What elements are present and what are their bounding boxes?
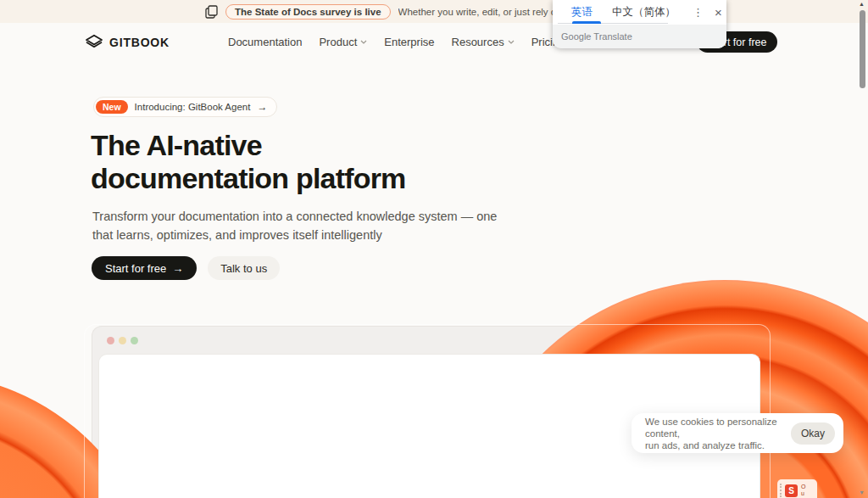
close-dot-icon — [107, 337, 114, 344]
announcement-banner: The State of Docs survey is live Whether… — [0, 0, 868, 23]
traffic-light-dots — [107, 337, 138, 344]
active-tab-underline — [572, 21, 601, 24]
nav-item-resources[interactable]: Resources — [452, 36, 515, 48]
translate-widget-logo-icon[interactable]: S — [785, 484, 798, 497]
main-nav: GITBOOK Documentation Product Enterprise… — [0, 23, 868, 65]
gitbook-logo[interactable]: GITBOOK — [85, 33, 170, 52]
translate-tab-chinese[interactable]: 中文（简体） — [612, 5, 676, 20]
nav-links: Documentation Product Enterprise Resourc… — [228, 36, 565, 48]
maximize-dot-icon — [131, 337, 138, 344]
gitbook-wordmark: GITBOOK — [109, 36, 170, 49]
kebab-menu-icon[interactable]: ⋮ — [693, 6, 704, 19]
start-free-button[interactable]: Start for free → — [92, 256, 197, 280]
nav-item-enterprise[interactable]: Enterprise — [384, 36, 434, 48]
google-translate-label: Google Translate — [561, 31, 632, 42]
translate-tab-english[interactable]: 英语 — [571, 5, 593, 20]
cookie-message: We use cookies to personalize content, r… — [645, 416, 782, 451]
announcement-text: Introducing: GitBook Agent — [135, 102, 251, 112]
scroll-up-arrow-icon[interactable]: ▲ — [859, 1, 865, 7]
talk-to-us-button[interactable]: Talk to us — [208, 256, 280, 280]
scrollbar[interactable]: ▲ ▼ — [857, 0, 868, 498]
hero-subtitle: Transform your documentation into a conn… — [92, 207, 497, 244]
cookie-okay-button[interactable]: Okay — [791, 422, 835, 445]
survey-badge[interactable]: The State of Docs survey is live — [225, 4, 391, 20]
arrow-right-icon: → — [257, 101, 267, 113]
translate-footer: Google Translate — [553, 25, 726, 48]
chevron-down-icon — [508, 40, 515, 44]
translate-widget[interactable]: S O u — [777, 479, 817, 498]
new-badge: New — [96, 100, 128, 114]
scroll-down-arrow-icon[interactable]: ▼ — [859, 490, 865, 495]
docs-copy-icon — [205, 5, 218, 19]
drag-handle-icon[interactable] — [780, 484, 782, 497]
nav-item-documentation[interactable]: Documentation — [228, 36, 302, 48]
page-title: The AI-native documentation platform — [91, 129, 406, 195]
arrow-right-icon: → — [172, 262, 183, 275]
scrollbar-thumb[interactable] — [860, 10, 865, 88]
translate-tabs: 英语 中文（简体） ⋮ × — [553, 0, 726, 25]
hero-cta-group: Start for free → Talk to us — [92, 256, 280, 280]
chevron-down-icon — [360, 40, 367, 44]
google-translate-popup: 英语 中文（简体） ⋮ × Google Translate — [553, 0, 726, 48]
translate-widget-label: O u — [801, 484, 805, 497]
cookie-banner: We use cookies to personalize content, r… — [632, 413, 843, 453]
gitbook-logo-icon — [85, 33, 103, 52]
minimize-dot-icon — [119, 337, 126, 344]
nav-item-product[interactable]: Product — [319, 36, 367, 48]
announcement-pill[interactable]: New Introducing: GitBook Agent → — [93, 97, 277, 117]
close-icon[interactable]: × — [715, 5, 722, 20]
